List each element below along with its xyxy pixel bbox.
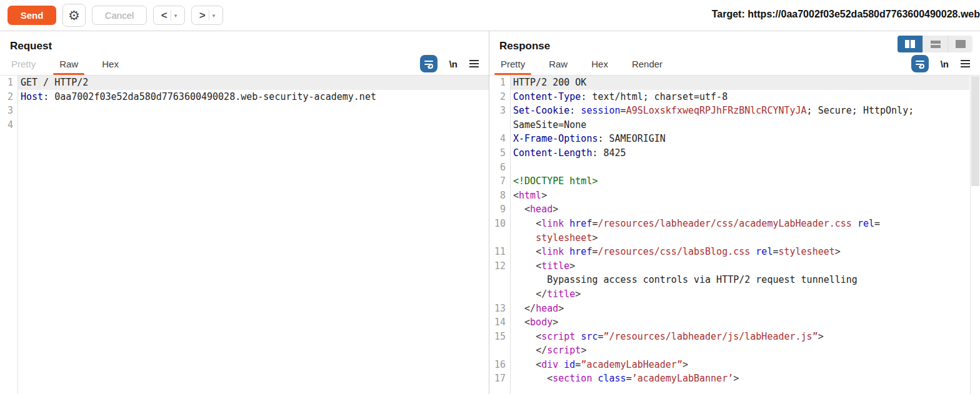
code-text: <head> — [510, 202, 969, 217]
request-panel: Request Pretty Raw Hex \n 1GET / HTTP — [0, 31, 489, 394]
chevron-down-icon[interactable]: ▾ — [174, 12, 178, 19]
line-number: 17 — [489, 372, 510, 386]
code-line[interactable]: 5Content-Length: 8425 — [489, 146, 969, 160]
code-line[interactable]: 9 <head> — [489, 202, 969, 217]
scrollbar-thumb[interactable] — [971, 76, 979, 186]
history-back-button[interactable]: < ▾ — [153, 6, 185, 25]
code-line[interactable]: 10 <link href=/resources/labheader/css/a… — [489, 217, 969, 231]
menu-icon[interactable] — [469, 60, 479, 67]
response-tabbar: Pretty Raw Hex Render \n — [489, 52, 980, 76]
tab-request-pretty: Pretty — [10, 54, 37, 74]
code-line[interactable]: 7<!DOCTYPE html> — [489, 174, 969, 189]
word-wrap-toggle-button[interactable] — [911, 55, 929, 72]
code-text: <link href=/resources/css/labsBlog.css r… — [510, 245, 969, 259]
line-number: 13 — [489, 302, 510, 316]
code-line[interactable]: </title> — [489, 287, 969, 302]
settings-button[interactable]: ⚙ — [62, 4, 86, 27]
columns-layout-icon — [905, 40, 909, 48]
chevron-right-icon: > — [199, 10, 206, 21]
code-line[interactable]: stylesheet> — [489, 231, 969, 245]
repeater-panels: Request Pretty Raw Hex \n 1GET / HTTP — [0, 31, 980, 394]
line-number — [489, 118, 510, 132]
code-line[interactable]: 3Set-Cookie: session=A9SLoxskfxweqRPJhFR… — [489, 104, 969, 118]
request-editor[interactable]: 1GET / HTTP/22Host: 0aa7002f03e52da580d7… — [0, 76, 489, 394]
response-editor-icons: \n — [911, 55, 980, 72]
code-line[interactable]: 6 — [489, 160, 969, 175]
code-line[interactable]: 11 <link href=/resources/css/labsBlog.cs… — [489, 245, 969, 259]
code-line[interactable]: 1HTTP/2 200 OK — [489, 76, 969, 90]
word-wrap-toggle-button[interactable] — [420, 55, 438, 72]
tab-request-raw[interactable]: Raw — [58, 54, 79, 74]
line-number: 7 — [489, 174, 510, 189]
code-line[interactable]: 15 <script src=”/resources/labheader/js/… — [489, 330, 969, 344]
tab-response-pretty[interactable]: Pretty — [499, 54, 526, 74]
code-text: Content-Length: 8425 — [510, 146, 969, 160]
code-line[interactable]: 4 — [0, 118, 489, 132]
menu-icon[interactable] — [961, 60, 970, 67]
code-line[interactable]: 13 </head> — [489, 302, 969, 316]
rows-layout-icon — [931, 45, 941, 48]
show-newlines-icon[interactable]: \n — [941, 59, 949, 69]
code-text: <title> — [510, 259, 969, 273]
code-text: <div id=”academyLabHeader”> — [510, 358, 969, 372]
code-text: SameSite=None — [510, 118, 969, 132]
line-number: 1 — [0, 76, 18, 90]
code-line[interactable]: 2Host: 0aa7002f03e52da580d7763600490028.… — [0, 90, 489, 104]
code-text: Host: 0aa7002f03e52da580d7763600490028.w… — [18, 90, 489, 104]
columns-layout-button[interactable] — [898, 36, 922, 52]
single-layout-icon — [956, 40, 966, 48]
line-number — [489, 231, 510, 245]
code-text: GET / HTTP/2 — [18, 76, 489, 90]
code-text — [18, 104, 489, 118]
vertical-scrollbar[interactable] — [970, 76, 980, 394]
code-line[interactable]: 1GET / HTTP/2 — [0, 76, 489, 90]
line-number: 2 — [489, 90, 510, 104]
code-line[interactable]: </script> — [489, 343, 969, 358]
tab-request-hex[interactable]: Hex — [101, 54, 120, 74]
code-text: Set-Cookie: session=A9SLoxskfxweqRPJhFRz… — [510, 104, 969, 118]
history-forward-button[interactable]: > ▾ — [191, 6, 223, 25]
line-number: 11 — [489, 245, 510, 259]
line-number: 4 — [0, 118, 18, 132]
request-panel-title: Request — [0, 31, 489, 52]
line-number: 3 — [489, 104, 510, 118]
line-number: 4 — [489, 132, 510, 146]
code-line[interactable]: 3 — [0, 104, 489, 118]
tab-response-render[interactable]: Render — [631, 54, 664, 74]
line-number: 9 — [489, 202, 510, 217]
code-text: </script> — [510, 343, 969, 358]
chevron-left-icon: < — [161, 10, 168, 21]
line-number: 14 — [489, 315, 510, 330]
rows-layout-button[interactable] — [922, 36, 948, 52]
show-newlines-icon[interactable]: \n — [449, 59, 458, 69]
code-line[interactable]: 2Content-Type: text/html; charset=utf-8 — [489, 90, 969, 104]
tab-response-hex[interactable]: Hex — [590, 54, 609, 74]
line-number: 1 — [489, 76, 510, 90]
line-number — [489, 343, 510, 358]
code-text: <body> — [510, 315, 969, 330]
word-wrap-icon — [423, 58, 434, 69]
cancel-button[interactable]: Cancel — [92, 6, 147, 25]
line-number: 12 — [489, 259, 510, 273]
send-button[interactable]: Send — [8, 6, 56, 25]
code-text — [510, 160, 969, 175]
columns-layout-icon — [911, 40, 915, 48]
word-wrap-icon — [914, 58, 926, 69]
code-line[interactable]: SameSite=None — [489, 118, 969, 132]
target-url-label: Target: https://0aa7002f03e52da580d77636… — [712, 9, 980, 20]
tab-response-raw[interactable]: Raw — [548, 54, 569, 74]
code-text: <link href=/resources/labheader/css/acad… — [510, 217, 969, 231]
code-line[interactable]: Bypassing access controls via HTTP/2 req… — [489, 273, 969, 287]
code-line[interactable]: 8<html> — [489, 189, 969, 203]
chevron-down-icon[interactable]: ▾ — [212, 12, 216, 19]
rows-layout-icon — [931, 41, 941, 44]
code-line[interactable]: 16 <div id=”academyLabHeader”> — [489, 358, 969, 372]
code-line[interactable]: 4X-Frame-Options: SAMEORIGIN — [489, 132, 969, 146]
code-line[interactable]: 14 <body> — [489, 315, 969, 330]
code-line[interactable]: 12 <title> — [489, 259, 969, 273]
response-editor[interactable]: 1HTTP/2 200 OK2Content-Type: text/html; … — [489, 76, 980, 394]
code-text: </title> — [510, 287, 969, 302]
button-divider — [171, 10, 171, 21]
code-line[interactable]: 17 <section class=’academyLabBanner’> — [489, 372, 969, 386]
single-layout-button[interactable] — [948, 36, 972, 52]
